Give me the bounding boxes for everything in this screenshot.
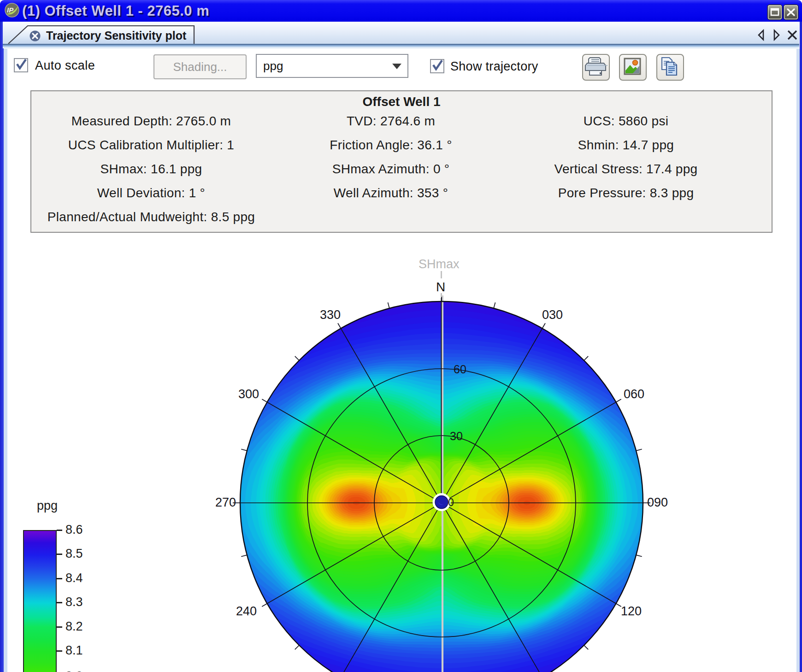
svg-text:IP: IP <box>7 6 14 14</box>
